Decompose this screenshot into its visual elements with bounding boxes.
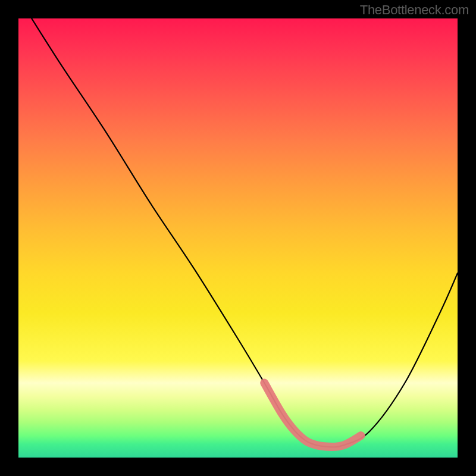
chart-svg: [18, 18, 458, 458]
curve-layer: [32, 18, 458, 447]
chart-container: TheBottleneck.com: [0, 0, 476, 476]
watermark-text: TheBottleneck.com: [360, 2, 469, 18]
flat-segment-highlight: [264, 383, 361, 447]
bottleneck-curve: [32, 18, 458, 447]
plot-area: [18, 18, 458, 458]
